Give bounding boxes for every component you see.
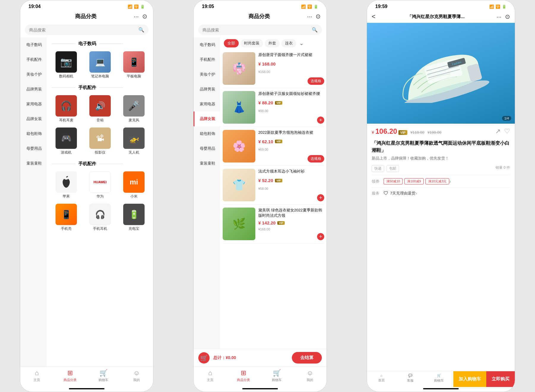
nav-user-2[interactable]: ☺ 我的 — [293, 369, 327, 382]
detail-nav-home[interactable]: ⌂ 首页 — [367, 371, 396, 387]
sidebar-item-8[interactable]: 母婴用品 — [20, 141, 47, 156]
nav-category-2[interactable]: ⊞ 商品分类 — [227, 369, 260, 382]
checkout-button[interactable]: 去结算 — [292, 352, 322, 364]
category-icon-2: ⊞ — [241, 369, 246, 377]
product-card-4[interactable]: 👕 法式方领木耳边小飞袖衬衫 ¥ 52.20 VIP ¥58.00 + — [223, 166, 324, 205]
grid-item-drone[interactable]: 🚁 无人机 — [118, 128, 150, 155]
sidebar-item-9[interactable]: 童装童鞋 — [20, 156, 47, 171]
search-bar-1[interactable]: 🔍 — [25, 25, 148, 35]
buy-now-button[interactable]: 立即购买 — [486, 371, 515, 387]
detail-nav-cart[interactable]: 🛒 购物车 — [425, 371, 453, 387]
product-card-1[interactable]: 👘 原创唐背子圆领齐腰一片式裙裙 ¥ 168.00 ¥168.00 选规格 — [223, 49, 324, 88]
grid-item-apple[interactable]: 苹果 — [50, 171, 82, 199]
nav-cart-2[interactable]: 🛒 购物车 — [260, 369, 293, 382]
game-icon: 🎮 — [56, 128, 77, 149]
nav-user-1[interactable]: ☺ 我的 — [120, 369, 153, 382]
btn-plus-5[interactable]: + — [317, 233, 324, 240]
share-buttons[interactable]: ↗ ♡ — [495, 128, 510, 135]
sidebar-item-7[interactable]: 箱包鞋饰 — [20, 126, 47, 141]
home-indicator-2 — [242, 388, 278, 389]
more-icon-1[interactable]: ··· — [134, 13, 139, 20]
search-input-2[interactable] — [202, 28, 309, 32]
detail-cart-icon: 🛒 — [437, 374, 441, 377]
sidebar-item-6[interactable]: 品牌女装 — [20, 111, 47, 126]
search-bar-2[interactable]: 🔍 — [198, 25, 322, 35]
service-arrow[interactable]: › — [415, 191, 417, 196]
btn-plus-2[interactable]: + — [317, 117, 324, 124]
sidebar2-item-4[interactable]: 品牌男装 — [194, 82, 220, 97]
grid-item-camera[interactable]: 📷 数码相机 — [50, 51, 82, 79]
sidebar2-item-3[interactable]: 美妆个护 — [194, 67, 220, 82]
grid-item-huawei[interactable]: HUAWEI 华为 — [84, 171, 116, 199]
sidebar2-item-5[interactable]: 家用电器 — [194, 97, 220, 111]
coupon-2[interactable]: 满100减9 — [404, 178, 423, 184]
btn-spec-3[interactable]: 选规格 — [308, 155, 324, 162]
phone-acc-grid-2: 📱 手机壳 🎧 手机耳机 🔋 充电宝 — [47, 201, 153, 234]
product-info-3: 2022新款夏季方领泡泡袖连衣裙 ¥ 62.10 VIP ¥69.00 选规格 — [258, 130, 324, 162]
scan-icon-3[interactable]: ⊙ — [505, 13, 510, 20]
grid-item-phonecase[interactable]: 📱 手机壳 — [50, 204, 82, 231]
coupon-3[interactable]: 满10元减3元 — [425, 178, 449, 184]
sidebar2-item-1[interactable]: 电子数码 — [194, 37, 220, 52]
sidebar-item-1[interactable]: 电子数码 — [20, 37, 47, 52]
signal-icon-3: 📶 — [489, 4, 494, 9]
service-row[interactable]: 服务 🛡 7天无理由退货 › — [372, 187, 510, 199]
grid-item-projector[interactable]: 📽 投影仪 — [84, 128, 116, 155]
header-icons-1[interactable]: ··· ⊙ — [134, 13, 147, 20]
filter-expand-icon[interactable]: ⌄ — [299, 40, 304, 47]
battery-icon: 🔋 — [140, 4, 145, 9]
product-card-2[interactable]: 👗 原创唐裙子汉服女圆领短衫裙裙齐腰 ¥ 88.20 VIP ¥98.00 + — [223, 88, 324, 127]
nav-home-1[interactable]: ⌂ 主页 — [20, 369, 53, 382]
grid-item-powerbank[interactable]: 🔋 充电宝 — [118, 204, 150, 231]
btn-plus-4[interactable]: + — [317, 194, 324, 201]
grid-item-laptop[interactable]: 💻 笔记本电脑 — [84, 51, 116, 79]
back-button-3[interactable]: < — [372, 13, 376, 20]
sidebar2-item-6[interactable]: 品牌女装 — [194, 111, 220, 126]
sidebar-item-3[interactable]: 美妆个护 — [20, 67, 47, 82]
grid-item-mi[interactable]: mi 小米 — [118, 171, 150, 199]
sidebar2-item-7[interactable]: 箱包鞋饰 — [194, 126, 220, 141]
nav-home-2[interactable]: ⌂ 主页 — [194, 369, 227, 382]
filter-chip-dress[interactable]: 连衣 — [281, 39, 296, 47]
coupons-row[interactable]: 领券 满50减10 满100减9 满10元减3元 › — [372, 175, 510, 187]
filter-chip-fashion[interactable]: 时尚套装 — [240, 39, 263, 47]
more-icon-3[interactable]: ··· — [496, 13, 501, 20]
product-card-3[interactable]: 🌸 2022新款夏季方领泡泡袖连衣裙 ¥ 62.10 VIP ¥69.00 选规… — [223, 127, 324, 166]
grid-item-mic[interactable]: 🎤 麦克风 — [118, 95, 150, 123]
sidebar2-item-9[interactable]: 童装童鞋 — [194, 156, 220, 171]
scan-icon-1[interactable]: ⊙ — [142, 13, 147, 20]
cart-bubble-icon[interactable]: 🛒 — [198, 352, 210, 364]
share-icon[interactable]: ↗ — [495, 128, 501, 135]
filter-chip-all[interactable]: 全部 — [224, 39, 239, 47]
grid-item-headphone[interactable]: 🎧 耳机耳麦 — [50, 95, 82, 123]
filter-chip-coat[interactable]: 外套 — [265, 39, 280, 47]
header-icons-3[interactable]: ··· ⊙ — [496, 13, 510, 20]
header-icons-2[interactable]: ··· ⊙ — [307, 13, 321, 20]
sidebar-item-2[interactable]: 手机配件 — [20, 52, 47, 67]
vip-badge-2: VIP — [275, 101, 282, 105]
product-card-5[interactable]: 🌿 黛美琪 绿色连衣裙女2022夏季新款韩版时尚法式方领 ¥ 142.20 VI… — [223, 205, 324, 243]
sidebar2-item-2[interactable]: 手机配件 — [194, 52, 220, 67]
detail-nav-service[interactable]: 💬 客服 — [396, 371, 425, 387]
sidebar-item-4[interactable]: 品牌男装 — [20, 82, 47, 97]
grid-item-game[interactable]: 🎮 游戏机 — [50, 128, 82, 155]
price-main-1: ¥ 168.00 — [258, 61, 276, 66]
add-to-cart-button[interactable]: 加入购物车 — [453, 371, 486, 387]
drone-label: 无人机 — [129, 150, 139, 155]
search-input-1[interactable] — [29, 28, 136, 32]
sidebar2-item-8[interactable]: 母婴用品 — [194, 141, 220, 156]
grid-item-tablet[interactable]: 📱 平板电脑 — [118, 51, 150, 79]
price-row-3: ¥ 62.10 VIP — [258, 139, 324, 144]
coupon-1[interactable]: 满50减10 — [384, 178, 403, 184]
search-icon-1: 🔍 — [138, 27, 144, 33]
sidebar-item-5[interactable]: 家用电器 — [20, 97, 47, 111]
nav-cart-1[interactable]: 🛒 购物车 — [87, 369, 120, 382]
btn-spec-1[interactable]: 选规格 — [308, 77, 324, 85]
grid-item-speaker[interactable]: 🔊 音箱 — [84, 95, 116, 123]
coupons-arrow[interactable]: › — [449, 179, 451, 184]
scan-icon-2[interactable]: ⊙ — [316, 13, 321, 20]
nav-category-1[interactable]: ⊞ 商品分类 — [53, 369, 87, 382]
favorite-icon[interactable]: ♡ — [504, 128, 510, 135]
more-icon-2[interactable]: ··· — [307, 13, 312, 20]
grid-item-earbuds[interactable]: 🎧 手机耳机 — [84, 204, 116, 231]
